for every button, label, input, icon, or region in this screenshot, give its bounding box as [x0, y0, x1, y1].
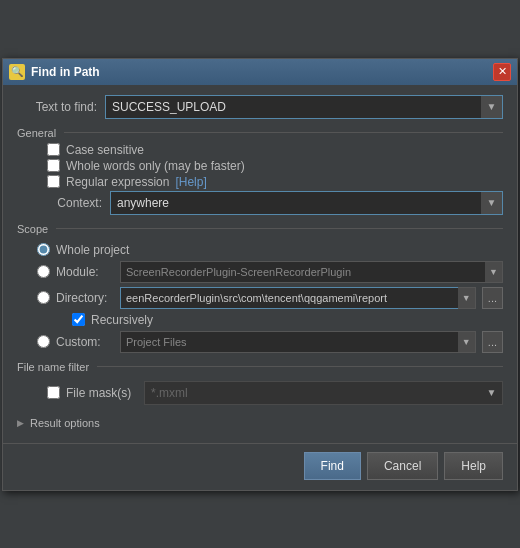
- file-mask-combo: ▼: [144, 381, 503, 405]
- directory-combo: ▼: [120, 287, 476, 309]
- directory-row: Directory: ▼ ...: [17, 287, 503, 309]
- cancel-button[interactable]: Cancel: [367, 452, 438, 480]
- custom-input[interactable]: [120, 331, 476, 353]
- text-to-find-row: Text to find: ▼: [17, 95, 503, 119]
- context-input[interactable]: [110, 191, 503, 215]
- file-mask-checkbox[interactable]: [47, 386, 60, 399]
- recursive-label: Recursively: [91, 313, 153, 327]
- file-name-filter-section: File name filter File mask(s) ▼: [17, 361, 503, 405]
- file-name-filter-header: File name filter: [17, 361, 503, 373]
- find-in-path-dialog: 🔍 Find in Path ✕ Text to find: ▼ General…: [2, 58, 518, 491]
- recursive-checkbox[interactable]: [72, 313, 85, 326]
- whole-project-label: Whole project: [56, 243, 129, 257]
- context-dropdown-arrow[interactable]: ▼: [481, 191, 503, 215]
- text-to-find-combo: ▼: [105, 95, 503, 119]
- whole-project-row: Whole project: [17, 243, 503, 257]
- file-mask-label: File mask(s): [66, 386, 138, 400]
- context-combo: ▼: [110, 191, 503, 215]
- custom-combo: ▼: [120, 331, 476, 353]
- whole-words-checkbox[interactable]: [47, 159, 60, 172]
- case-sensitive-checkbox[interactable]: [47, 143, 60, 156]
- case-sensitive-row: Case sensitive: [17, 143, 503, 157]
- regex-checkbox[interactable]: [47, 175, 60, 188]
- directory-input[interactable]: [120, 287, 476, 309]
- close-button[interactable]: ✕: [493, 63, 511, 81]
- directory-label: Directory:: [56, 291, 114, 305]
- module-input[interactable]: [120, 261, 503, 283]
- result-options-label: Result options: [30, 417, 100, 429]
- help-button[interactable]: Help: [444, 452, 503, 480]
- module-row: Module: ▼: [17, 261, 503, 283]
- file-mask-input[interactable]: [144, 381, 503, 405]
- module-radio[interactable]: [37, 265, 50, 278]
- context-row: Context: ▼: [17, 191, 503, 215]
- dialog-icon: 🔍: [9, 64, 25, 80]
- recursive-row: Recursively: [17, 313, 503, 327]
- text-to-find-label: Text to find:: [17, 100, 97, 114]
- general-section-label: General: [17, 127, 56, 139]
- regex-label: Regular expression: [66, 175, 169, 189]
- regex-help-link[interactable]: [Help]: [175, 175, 206, 189]
- buttons-row: Find Cancel Help: [3, 443, 517, 490]
- dialog-body: Text to find: ▼ General Case sensitive W…: [3, 85, 517, 443]
- result-options-section[interactable]: ▶ Result options: [17, 413, 503, 433]
- module-combo: ▼: [120, 261, 503, 283]
- scope-section-label: Scope: [17, 223, 48, 235]
- scope-section-header: Scope: [17, 223, 503, 235]
- file-name-filter-label: File name filter: [17, 361, 89, 373]
- custom-dropdown-arrow[interactable]: ▼: [458, 331, 476, 353]
- module-label: Module:: [56, 265, 114, 279]
- find-button[interactable]: Find: [304, 452, 361, 480]
- directory-radio[interactable]: [37, 291, 50, 304]
- module-dropdown-arrow[interactable]: ▼: [485, 261, 503, 283]
- custom-label: Custom:: [56, 335, 114, 349]
- custom-row: Custom: ▼ ...: [17, 331, 503, 353]
- text-to-find-input[interactable]: [105, 95, 503, 119]
- general-section-header: General: [17, 127, 503, 139]
- whole-words-row: Whole words only (may be faster): [17, 159, 503, 173]
- custom-browse-button[interactable]: ...: [482, 331, 503, 353]
- custom-radio[interactable]: [37, 335, 50, 348]
- regex-row: Regular expression [Help]: [17, 175, 503, 189]
- file-mask-dropdown-arrow[interactable]: ▼: [481, 381, 503, 405]
- whole-words-label: Whole words only (may be faster): [66, 159, 245, 173]
- context-label: Context:: [47, 196, 102, 210]
- title-bar: 🔍 Find in Path ✕: [3, 59, 517, 85]
- file-mask-row: File mask(s) ▼: [17, 381, 503, 405]
- general-section: General Case sensitive Whole words only …: [17, 127, 503, 215]
- whole-project-radio[interactable]: [37, 243, 50, 256]
- scope-section: Scope Whole project Module: ▼ Directory:: [17, 223, 503, 353]
- dialog-title: Find in Path: [31, 65, 100, 79]
- text-to-find-dropdown-arrow[interactable]: ▼: [481, 95, 503, 119]
- directory-browse-button[interactable]: ...: [482, 287, 503, 309]
- case-sensitive-label: Case sensitive: [66, 143, 144, 157]
- directory-dropdown-arrow[interactable]: ▼: [458, 287, 476, 309]
- title-bar-left: 🔍 Find in Path: [9, 64, 100, 80]
- result-options-triangle: ▶: [17, 418, 24, 428]
